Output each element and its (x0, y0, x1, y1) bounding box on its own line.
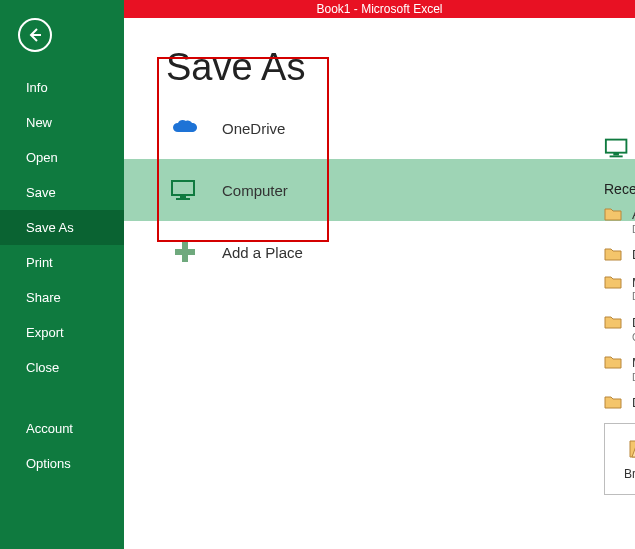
sidebar-item-info[interactable]: Info (0, 70, 124, 105)
computer-icon (170, 175, 200, 205)
recent-folder[interactable]: March 2021Desktop » Akash » Marc (604, 355, 635, 383)
right-header: Computer (604, 136, 635, 159)
recent-folder[interactable]: April 2021Desktop » Akash » April (604, 207, 635, 235)
recent-folder[interactable]: DownloadsC: » Users » javaTpoint » (604, 315, 635, 343)
location-label: Computer (222, 182, 288, 199)
svg-rect-8 (610, 155, 623, 157)
computer-icon (604, 137, 632, 159)
svg-rect-3 (176, 198, 190, 200)
svg-rect-7 (613, 152, 619, 155)
sidebar-item-new[interactable]: New (0, 105, 124, 140)
sidebar: Info New Open Save Save As Print Share E… (0, 0, 124, 549)
svg-rect-1 (172, 181, 194, 195)
location-label: OneDrive (222, 120, 285, 137)
browse-button[interactable]: Browse (604, 423, 635, 495)
svg-rect-2 (180, 195, 186, 198)
recent-folders-label: Recent Folders (604, 181, 635, 197)
back-button[interactable] (18, 18, 52, 52)
svg-rect-5 (175, 249, 195, 255)
sidebar-item-export[interactable]: Export (0, 315, 124, 350)
recent-folder[interactable]: Desktop (604, 395, 635, 411)
folder-icon (604, 355, 622, 369)
location-label: Add a Place (222, 244, 303, 261)
main-panel: Save As OneDrive Computer Add a Place Co… (124, 18, 635, 549)
titlebar: Book1 - Microsoft Excel (124, 0, 635, 18)
browse-label: Browse (624, 467, 635, 481)
onedrive-icon (170, 113, 200, 143)
right-column: Computer Recent Folders April 2021Deskto… (604, 136, 635, 495)
location-onedrive[interactable]: OneDrive (124, 97, 635, 159)
folder-icon (604, 207, 622, 221)
sidebar-item-close[interactable]: Close (0, 350, 124, 385)
back-arrow-icon (26, 26, 44, 44)
recent-folder[interactable]: Monthly ReportDesktop » Akash » Marc (604, 275, 635, 303)
location-add-place[interactable]: Add a Place (124, 221, 635, 283)
sidebar-item-print[interactable]: Print (0, 245, 124, 280)
sidebar-item-save[interactable]: Save (0, 175, 124, 210)
sidebar-item-options[interactable]: Options (0, 446, 124, 481)
svg-rect-6 (606, 139, 627, 152)
sidebar-item-share[interactable]: Share (0, 280, 124, 315)
folder-icon (604, 275, 622, 289)
recent-folder[interactable]: Documents (604, 247, 635, 263)
plus-icon (170, 237, 200, 267)
sidebar-item-save-as[interactable]: Save As (0, 210, 124, 245)
location-computer[interactable]: Computer (124, 159, 635, 221)
sidebar-item-open[interactable]: Open (0, 140, 124, 175)
folder-icon (604, 247, 622, 261)
folder-icon (604, 395, 622, 409)
folder-icon (604, 315, 622, 329)
page-title: Save As (124, 18, 635, 97)
folder-open-icon (628, 437, 635, 459)
sidebar-item-account[interactable]: Account (0, 411, 124, 446)
